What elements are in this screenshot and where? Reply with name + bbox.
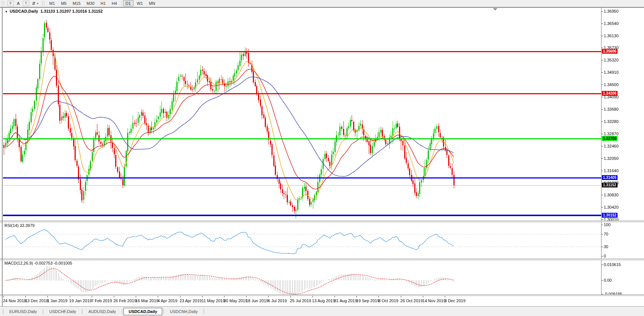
tab-separator — [82, 309, 82, 314]
rsi-tick-label: 100 — [604, 222, 610, 227]
price-tick-label: 1.30830 — [604, 193, 619, 197]
date-tick-label: 26 Feb 2019 — [113, 298, 136, 303]
level-price-tag: 1.30152 — [602, 213, 618, 218]
chart-tab-bar: EURUSD,DailyUSDCHF,DailyAUDUSD,DailyUSDC… — [0, 306, 644, 316]
date-tick-label: 26 Oct 2019 — [400, 298, 423, 303]
price-tick-label: 1.33280 — [604, 119, 619, 124]
chart-window-top-border — [0, 7, 644, 8]
rsi-tick-label: 70 — [604, 232, 608, 236]
chart-tab-audusd[interactable]: AUDUSD,Daily — [84, 308, 121, 315]
timeframe-button-m30[interactable]: M30 — [84, 0, 97, 6]
tab-separator — [3, 309, 3, 314]
level-price-tag: 1.35606 — [602, 49, 618, 54]
timeframe-button-m5[interactable]: M5 — [58, 0, 69, 6]
timeframe-button-w1[interactable]: W1 — [134, 0, 146, 6]
chart-canvas[interactable] — [0, 0, 644, 316]
price-tick-label: 1.35320 — [604, 58, 619, 62]
mt4-window: F A T ⇵ ▼ M1M5M15M30H1H4D1W1MN ▼USDCAD,D… — [0, 0, 644, 316]
rsi-indicator-label: RSI(14) 33.3979 — [4, 223, 35, 228]
price-tick-label: 1.34910 — [604, 70, 619, 75]
tab-separator — [122, 309, 122, 314]
price-tick-label: 1.36950 — [604, 9, 619, 13]
timeframe-button-mn[interactable]: MN — [146, 0, 158, 6]
main-rsi-splitter[interactable] — [0, 221, 644, 222]
date-tick-label: 11 May 2019 — [202, 298, 225, 303]
text-label-tool-button[interactable]: T — [21, 0, 31, 6]
arrows-tool-button[interactable]: ⇵ ▼ — [31, 0, 40, 6]
level-price-tag: 1.32700 — [602, 136, 618, 141]
date-tick-label: 14 Nov 2019 — [422, 298, 446, 303]
date-tick-label: 6 Jul 2019 — [268, 298, 287, 303]
chart-title: ▼USDCAD,Daily 1.31133 1.31207 1.31016 1.… — [5, 9, 103, 13]
date-tick-label: 8 Oct 2019 — [378, 298, 398, 303]
price-tick-label: 1.34500 — [604, 82, 619, 87]
chart-window-left-border — [2, 7, 3, 306]
symbol-dropdown-icon[interactable]: ▼ — [5, 10, 8, 13]
toolbar-grip-2[interactable] — [42, 1, 44, 6]
top-toolbar: F A T ⇵ ▼ M1M5M15M30H1H4D1W1MN — [0, 0, 644, 7]
chart-tab-eurusd[interactable]: EURUSD,Daily — [4, 308, 42, 315]
timeframe-button-h4[interactable]: H4 — [109, 0, 120, 6]
chart-tab-usdcnh[interactable]: USDCNH,Daily — [165, 308, 202, 315]
text-tool-button[interactable]: A — [15, 0, 21, 6]
macd-tick-label: 0.00 — [604, 278, 612, 282]
rsi-macd-splitter[interactable] — [0, 259, 644, 260]
level-price-tag: 1.31405 — [602, 175, 618, 180]
tab-separator — [163, 309, 164, 314]
timeframe-button-m15[interactable]: M15 — [70, 0, 83, 6]
price-tick-label: 1.30420 — [604, 205, 619, 209]
date-tick-label: 13 Aug 2019 — [312, 298, 335, 303]
date-tick-label: 25 Jul 2019 — [290, 298, 311, 303]
price-tick-label: 1.36130 — [604, 34, 619, 38]
price-axis-separator — [601, 8, 601, 296]
price-tick-label: 1.32870 — [604, 132, 619, 136]
toolbar-grip[interactable] — [2, 1, 4, 6]
text-a-icon: A — [17, 1, 20, 6]
ohlc-values: 1.31133 1.31207 1.31016 1.31152 — [40, 9, 103, 13]
level-price-tag: 1.34206 — [602, 91, 618, 96]
date-tick-label: 31 Aug 2019 — [334, 298, 357, 303]
price-tick-label: 1.32050 — [604, 156, 619, 161]
fibonacci-icon: F — [7, 1, 14, 6]
chevron-down-icon[interactable]: ▼ — [36, 2, 39, 5]
date-tick-label: 7 Feb 2019 — [91, 298, 112, 303]
timeframe-button-h1[interactable]: H1 — [98, 0, 108, 6]
date-tick-label: 18 Jun 2019 — [246, 298, 268, 303]
tab-separator — [204, 309, 204, 314]
symbol-name: USDCAD,Daily — [10, 9, 38, 13]
date-tick-label: 19 Jan 2019 — [69, 298, 92, 303]
price-tick-label: 1.31640 — [604, 168, 619, 173]
text-label-icon: T — [23, 1, 29, 6]
date-tick-label: 16 Mar 2019 — [135, 298, 158, 303]
rsi-tick-label: 30 — [604, 244, 608, 249]
date-tick-label: 1 Jan 2019 — [47, 298, 67, 303]
tab-separator — [43, 309, 43, 314]
date-tick-label: 4 Apr 2019 — [157, 298, 177, 303]
timeframe-button-d1[interactable]: D1 — [123, 0, 133, 6]
macd-indicator-label: MACD(12,26,9) -0.002753 -0.001005 — [4, 261, 72, 265]
arrows-icon: ⇵ — [32, 1, 35, 6]
price-tick-label: 1.32460 — [604, 144, 619, 148]
timeframe-group-separator — [121, 1, 122, 6]
macd-tick-label: 0.010615 — [604, 262, 621, 267]
date-tick-label: 13 Dec 2018 — [25, 298, 48, 303]
date-tick-label: 3 Dec 2019 — [444, 298, 465, 303]
rsi-tick-label: 0 — [604, 254, 606, 258]
date-tick-label: 30 May 2019 — [224, 298, 248, 303]
timeframe-button-m1[interactable]: M1 — [47, 0, 57, 6]
date-tick-label: 24 Nov 2018 — [3, 298, 26, 303]
chart-tab-usdcad[interactable]: USDCAD,Daily — [123, 308, 162, 315]
chart-tab-usdchf[interactable]: USDCHF,Daily — [44, 308, 81, 315]
macd-dates-splitter[interactable] — [0, 294, 644, 296]
date-tick-label: 23 Apr 2019 — [180, 298, 202, 303]
current-price-tag: 1.31152 — [602, 183, 618, 187]
fibonacci-tool-button[interactable]: F — [6, 0, 15, 6]
price-tick-label: 1.33680 — [604, 107, 619, 111]
price-tick-label: 1.36540 — [604, 21, 619, 26]
date-tick-label: 19 Sep 2019 — [356, 298, 379, 303]
timeframe-button-group: M1M5M15M30H1H4D1W1MN — [46, 0, 158, 6]
